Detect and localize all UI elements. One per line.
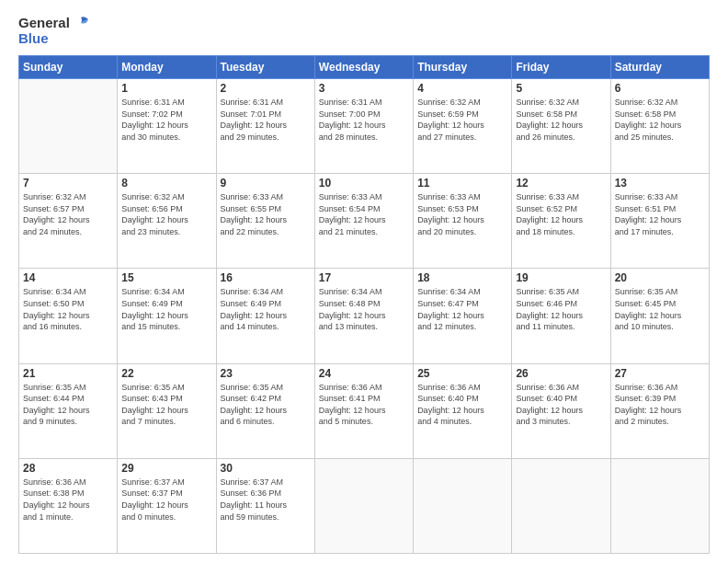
calendar-cell: 22Sunrise: 6:35 AM Sunset: 6:43 PM Dayli… xyxy=(118,363,216,458)
day-number: 17 xyxy=(319,271,409,284)
logo-general: General xyxy=(18,15,70,30)
calendar-cell: 30Sunrise: 6:37 AM Sunset: 6:36 PM Dayli… xyxy=(216,458,314,553)
day-info: Sunrise: 6:33 AM Sunset: 6:52 PM Dayligh… xyxy=(516,191,606,237)
calendar-cell xyxy=(414,458,512,553)
calendar-header: SundayMondayTuesdayWednesdayThursdayFrid… xyxy=(19,56,710,79)
day-info: Sunrise: 6:34 AM Sunset: 6:49 PM Dayligh… xyxy=(121,286,211,332)
day-number: 4 xyxy=(417,82,507,95)
day-info: Sunrise: 6:36 AM Sunset: 6:40 PM Dayligh… xyxy=(516,382,606,428)
day-number: 13 xyxy=(615,177,705,190)
logo-bird-icon xyxy=(72,16,90,30)
day-number: 24 xyxy=(319,367,409,380)
calendar-cell xyxy=(610,458,709,553)
day-number: 10 xyxy=(319,177,409,190)
calendar-cell xyxy=(19,79,118,174)
day-number: 28 xyxy=(23,462,113,475)
day-info: Sunrise: 6:35 AM Sunset: 6:45 PM Dayligh… xyxy=(615,286,705,332)
weekday-header: Thursday xyxy=(414,56,512,79)
day-info: Sunrise: 6:37 AM Sunset: 6:36 PM Dayligh… xyxy=(221,477,311,523)
calendar-cell: 7Sunrise: 6:32 AM Sunset: 6:57 PM Daylig… xyxy=(19,174,118,269)
day-number: 27 xyxy=(615,367,705,380)
day-number: 19 xyxy=(516,271,606,284)
calendar-cell: 17Sunrise: 6:34 AM Sunset: 6:48 PM Dayli… xyxy=(314,269,413,363)
calendar-cell xyxy=(512,458,610,553)
weekday-header: Wednesday xyxy=(314,56,413,79)
day-number: 30 xyxy=(221,462,311,475)
calendar-cell: 19Sunrise: 6:35 AM Sunset: 6:46 PM Dayli… xyxy=(512,269,610,363)
calendar-cell: 25Sunrise: 6:36 AM Sunset: 6:40 PM Dayli… xyxy=(414,363,512,458)
day-number: 1 xyxy=(121,82,211,95)
day-info: Sunrise: 6:36 AM Sunset: 6:40 PM Dayligh… xyxy=(417,382,507,428)
day-info: Sunrise: 6:31 AM Sunset: 7:01 PM Dayligh… xyxy=(221,97,311,143)
calendar-cell: 27Sunrise: 6:36 AM Sunset: 6:39 PM Dayli… xyxy=(610,363,709,458)
day-info: Sunrise: 6:36 AM Sunset: 6:38 PM Dayligh… xyxy=(23,477,113,523)
day-info: Sunrise: 6:34 AM Sunset: 6:48 PM Dayligh… xyxy=(319,286,409,332)
calendar-cell: 11Sunrise: 6:33 AM Sunset: 6:53 PM Dayli… xyxy=(414,174,512,269)
day-number: 8 xyxy=(121,177,211,190)
calendar-cell: 21Sunrise: 6:35 AM Sunset: 6:44 PM Dayli… xyxy=(19,363,118,458)
day-info: Sunrise: 6:33 AM Sunset: 6:54 PM Dayligh… xyxy=(319,191,409,237)
weekday-row: SundayMondayTuesdayWednesdayThursdayFrid… xyxy=(19,56,710,79)
calendar-cell: 5Sunrise: 6:32 AM Sunset: 6:58 PM Daylig… xyxy=(512,79,610,174)
day-info: Sunrise: 6:36 AM Sunset: 6:41 PM Dayligh… xyxy=(319,382,409,428)
calendar-cell: 20Sunrise: 6:35 AM Sunset: 6:45 PM Dayli… xyxy=(610,269,709,363)
day-info: Sunrise: 6:34 AM Sunset: 6:47 PM Dayligh… xyxy=(417,286,507,332)
calendar-cell: 18Sunrise: 6:34 AM Sunset: 6:47 PM Dayli… xyxy=(414,269,512,363)
day-number: 5 xyxy=(516,82,606,95)
calendar-cell xyxy=(314,458,413,553)
day-info: Sunrise: 6:35 AM Sunset: 6:44 PM Dayligh… xyxy=(23,382,113,428)
calendar-cell: 15Sunrise: 6:34 AM Sunset: 6:49 PM Dayli… xyxy=(118,269,216,363)
day-info: Sunrise: 6:34 AM Sunset: 6:49 PM Dayligh… xyxy=(221,286,311,332)
day-info: Sunrise: 6:33 AM Sunset: 6:53 PM Dayligh… xyxy=(417,191,507,237)
calendar-cell: 14Sunrise: 6:34 AM Sunset: 6:50 PM Dayli… xyxy=(19,269,118,363)
day-number: 7 xyxy=(23,177,113,190)
day-number: 14 xyxy=(23,271,113,284)
day-info: Sunrise: 6:32 AM Sunset: 6:59 PM Dayligh… xyxy=(417,97,507,143)
day-number: 18 xyxy=(417,271,507,284)
calendar-cell: 10Sunrise: 6:33 AM Sunset: 6:54 PM Dayli… xyxy=(314,174,413,269)
calendar-cell: 23Sunrise: 6:35 AM Sunset: 6:42 PM Dayli… xyxy=(216,363,314,458)
weekday-header: Sunday xyxy=(19,56,118,79)
day-number: 11 xyxy=(417,177,507,190)
calendar-cell: 2Sunrise: 6:31 AM Sunset: 7:01 PM Daylig… xyxy=(216,79,314,174)
day-number: 21 xyxy=(23,367,113,380)
calendar-cell: 28Sunrise: 6:36 AM Sunset: 6:38 PM Dayli… xyxy=(19,458,118,553)
calendar-cell: 24Sunrise: 6:36 AM Sunset: 6:41 PM Dayli… xyxy=(314,363,413,458)
calendar-cell: 4Sunrise: 6:32 AM Sunset: 6:59 PM Daylig… xyxy=(414,79,512,174)
calendar-cell: 8Sunrise: 6:32 AM Sunset: 6:56 PM Daylig… xyxy=(118,174,216,269)
day-info: Sunrise: 6:31 AM Sunset: 7:02 PM Dayligh… xyxy=(121,97,211,143)
day-info: Sunrise: 6:32 AM Sunset: 6:58 PM Dayligh… xyxy=(615,97,705,143)
weekday-header: Friday xyxy=(512,56,610,79)
page: General Blue SundayMondayTuesdayWednesda… xyxy=(0,0,728,563)
day-info: Sunrise: 6:37 AM Sunset: 6:37 PM Dayligh… xyxy=(121,477,211,523)
calendar-cell: 13Sunrise: 6:33 AM Sunset: 6:51 PM Dayli… xyxy=(610,174,709,269)
calendar-cell: 1Sunrise: 6:31 AM Sunset: 7:02 PM Daylig… xyxy=(118,79,216,174)
calendar: SundayMondayTuesdayWednesdayThursdayFrid… xyxy=(18,55,710,554)
day-number: 12 xyxy=(516,177,606,190)
day-info: Sunrise: 6:33 AM Sunset: 6:51 PM Dayligh… xyxy=(615,191,705,237)
day-info: Sunrise: 6:34 AM Sunset: 6:50 PM Dayligh… xyxy=(23,286,113,332)
day-info: Sunrise: 6:33 AM Sunset: 6:55 PM Dayligh… xyxy=(221,191,311,237)
calendar-week-row: 21Sunrise: 6:35 AM Sunset: 6:44 PM Dayli… xyxy=(19,363,710,458)
weekday-header: Tuesday xyxy=(216,56,314,79)
calendar-body: 1Sunrise: 6:31 AM Sunset: 7:02 PM Daylig… xyxy=(19,79,710,554)
calendar-cell: 6Sunrise: 6:32 AM Sunset: 6:58 PM Daylig… xyxy=(610,79,709,174)
day-number: 3 xyxy=(319,82,409,95)
calendar-cell: 3Sunrise: 6:31 AM Sunset: 7:00 PM Daylig… xyxy=(314,79,413,174)
day-number: 25 xyxy=(417,367,507,380)
calendar-week-row: 28Sunrise: 6:36 AM Sunset: 6:38 PM Dayli… xyxy=(19,458,710,553)
day-number: 20 xyxy=(615,271,705,284)
day-info: Sunrise: 6:32 AM Sunset: 6:57 PM Dayligh… xyxy=(23,191,113,237)
day-number: 26 xyxy=(516,367,606,380)
day-number: 23 xyxy=(221,367,311,380)
calendar-cell: 12Sunrise: 6:33 AM Sunset: 6:52 PM Dayli… xyxy=(512,174,610,269)
calendar-cell: 9Sunrise: 6:33 AM Sunset: 6:55 PM Daylig… xyxy=(216,174,314,269)
day-info: Sunrise: 6:32 AM Sunset: 6:56 PM Dayligh… xyxy=(121,191,211,237)
day-number: 6 xyxy=(615,82,705,95)
calendar-cell: 29Sunrise: 6:37 AM Sunset: 6:37 PM Dayli… xyxy=(118,458,216,553)
day-info: Sunrise: 6:35 AM Sunset: 6:43 PM Dayligh… xyxy=(121,382,211,428)
day-number: 16 xyxy=(221,271,311,284)
logo-blue: Blue xyxy=(18,30,49,46)
calendar-week-row: 7Sunrise: 6:32 AM Sunset: 6:57 PM Daylig… xyxy=(19,174,710,269)
day-number: 2 xyxy=(221,82,311,95)
